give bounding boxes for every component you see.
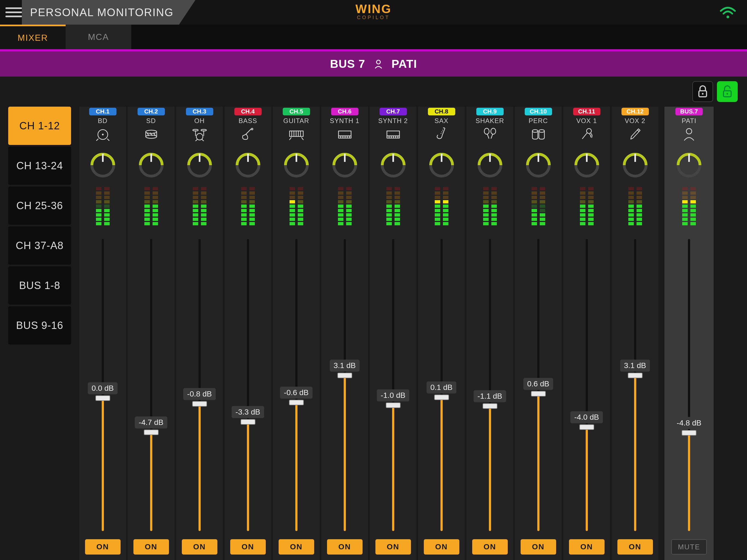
pan-knob[interactable] bbox=[234, 152, 262, 179]
sidebar-item-0[interactable]: CH 1-12 bbox=[8, 107, 71, 145]
channel-strip: CH.2 SD -4.7 dB ON bbox=[128, 107, 175, 560]
db-value: -0.6 dB bbox=[280, 387, 312, 399]
synth-icon bbox=[385, 127, 402, 142]
pan-knob[interactable] bbox=[675, 152, 703, 179]
shaker-icon bbox=[482, 127, 498, 142]
fader[interactable]: -1.0 dB bbox=[370, 231, 416, 539]
sidebar-item-4[interactable]: BUS 1-8 bbox=[8, 266, 71, 305]
bus-bar[interactable]: BUS 7 PATI bbox=[0, 49, 747, 77]
svg-rect-25 bbox=[338, 131, 351, 136]
tab-mixer[interactable]: MIXER bbox=[0, 25, 66, 49]
channel-strip: CH.1 BD 0.0 dB ON bbox=[79, 107, 126, 560]
on-button[interactable]: ON bbox=[85, 539, 121, 555]
channel-strip: CH.4 BASS -3.3 dB ON bbox=[225, 107, 271, 560]
fader[interactable]: -0.6 dB bbox=[273, 231, 319, 539]
on-button[interactable]: ON bbox=[182, 539, 217, 555]
pan-knob[interactable] bbox=[283, 152, 310, 179]
pan-knob[interactable] bbox=[525, 152, 552, 179]
fader[interactable]: -0.8 dB bbox=[176, 231, 223, 539]
main-area: CH 1-12CH 13-24CH 25-36CH 37-A8BUS 1-8BU… bbox=[0, 107, 747, 560]
level-meter bbox=[580, 190, 594, 225]
db-value: 0.1 dB bbox=[427, 381, 456, 393]
sidebar: CH 1-12CH 13-24CH 25-36CH 37-A8BUS 1-8BU… bbox=[0, 107, 79, 560]
pan-knob[interactable] bbox=[137, 152, 165, 179]
channel-name: SD bbox=[146, 117, 156, 125]
channel-tag: CH.11 bbox=[573, 108, 600, 116]
on-button[interactable]: ON bbox=[376, 539, 411, 555]
fader[interactable]: 0.1 dB bbox=[418, 231, 465, 539]
on-button[interactable]: ON bbox=[327, 539, 363, 555]
fader[interactable]: -1.1 dB bbox=[466, 231, 513, 539]
fader[interactable]: -4.0 dB bbox=[563, 231, 610, 539]
menu-icon[interactable] bbox=[5, 4, 22, 21]
fader[interactable]: 3.1 dB bbox=[612, 231, 659, 539]
level-meter bbox=[483, 190, 497, 225]
pan-knob[interactable] bbox=[573, 152, 600, 179]
kick-icon bbox=[94, 127, 111, 142]
db-value: 0.0 dB bbox=[88, 382, 118, 394]
sidebar-item-3[interactable]: CH 37-A8 bbox=[8, 226, 71, 265]
sidebar-item-5[interactable]: BUS 9-16 bbox=[8, 306, 71, 345]
channel-strip: CH.12 VOX 2 3.1 dB ON bbox=[612, 107, 659, 560]
pan-knob[interactable] bbox=[331, 152, 358, 179]
mic-icon bbox=[578, 127, 595, 142]
mute-button[interactable]: MUTE bbox=[671, 539, 707, 555]
svg-point-16 bbox=[196, 133, 203, 140]
top-bar: PERSONAL MONITORING WING COPILOT bbox=[0, 0, 747, 25]
fader[interactable]: 0.0 dB bbox=[79, 231, 126, 539]
channel-name: VOX 2 bbox=[625, 117, 646, 125]
svg-rect-37 bbox=[441, 154, 442, 162]
fader[interactable]: -4.7 dB bbox=[128, 231, 175, 539]
level-meter bbox=[682, 190, 696, 225]
svg-rect-29 bbox=[387, 131, 400, 136]
pan-knob[interactable] bbox=[186, 152, 213, 179]
svg-point-19 bbox=[251, 128, 253, 130]
sidebar-item-1[interactable]: CH 13-24 bbox=[8, 147, 71, 185]
svg-point-35 bbox=[440, 133, 441, 134]
pencil-icon bbox=[627, 127, 644, 142]
fader[interactable]: 0.6 dB bbox=[515, 231, 562, 539]
level-meter bbox=[386, 190, 400, 225]
channel-tag: CH.6 bbox=[331, 108, 358, 116]
svg-point-7 bbox=[102, 134, 104, 135]
lock-open-button[interactable] bbox=[717, 81, 738, 102]
channel-strip: CH.10 PERC 0.6 dB ON bbox=[515, 107, 562, 560]
pan-knob[interactable] bbox=[476, 152, 504, 179]
on-button[interactable]: ON bbox=[133, 539, 169, 555]
on-button[interactable]: ON bbox=[472, 539, 508, 555]
db-value: 3.1 dB bbox=[330, 360, 360, 372]
pan-knob[interactable] bbox=[380, 152, 407, 179]
db-value: 3.1 dB bbox=[620, 360, 650, 372]
channel-tag: CH.1 bbox=[89, 108, 117, 116]
level-meter bbox=[289, 190, 303, 225]
sidebar-item-2[interactable]: CH 25-36 bbox=[8, 186, 71, 225]
level-meter bbox=[96, 190, 110, 225]
svg-point-42 bbox=[532, 130, 538, 132]
db-value: -4.0 dB bbox=[570, 411, 602, 423]
channel-strip: CH.8 SAX 0.1 dB ON bbox=[418, 107, 465, 560]
channel-tag: CH.8 bbox=[428, 108, 455, 116]
on-button[interactable]: ON bbox=[521, 539, 556, 555]
on-button[interactable]: ON bbox=[569, 539, 604, 555]
pan-knob[interactable] bbox=[621, 152, 649, 179]
brand-name: WING bbox=[356, 2, 391, 16]
on-button[interactable]: ON bbox=[230, 539, 266, 555]
lock-closed-button[interactable] bbox=[692, 81, 713, 102]
tab-mca[interactable]: MCA bbox=[66, 25, 131, 49]
fader[interactable]: 3.1 dB bbox=[321, 231, 368, 539]
svg-rect-24 bbox=[295, 154, 297, 162]
on-button[interactable]: ON bbox=[279, 539, 314, 555]
svg-point-43 bbox=[539, 130, 544, 132]
channel-tag: CH.5 bbox=[283, 108, 310, 116]
pan-knob[interactable] bbox=[89, 152, 117, 179]
fader[interactable]: -4.8 dB bbox=[664, 231, 714, 539]
on-button[interactable]: ON bbox=[617, 539, 653, 555]
channel-tag: BUS.7 bbox=[675, 108, 703, 116]
pan-knob[interactable] bbox=[428, 152, 455, 179]
svg-rect-48 bbox=[586, 154, 588, 162]
db-value: -1.0 dB bbox=[377, 389, 409, 401]
fader[interactable]: -3.3 dB bbox=[225, 231, 271, 539]
channel-tag: CH.9 bbox=[476, 108, 504, 116]
bus-name: PATI bbox=[391, 57, 417, 71]
on-button[interactable]: ON bbox=[424, 539, 459, 555]
